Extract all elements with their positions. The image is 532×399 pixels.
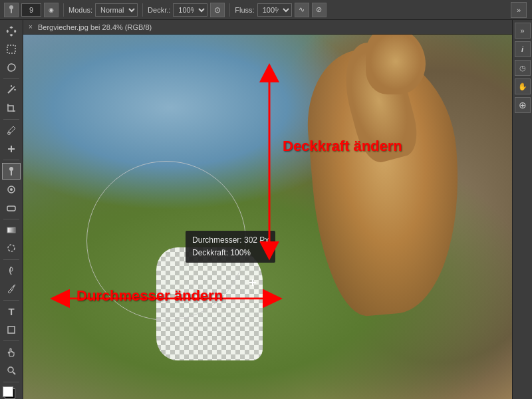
svg-rect-1: [11, 9, 12, 13]
deckr-dropdown[interactable]: 100%: [173, 3, 207, 17]
eraser-tool[interactable]: [2, 199, 21, 215]
tab-bar: × Bergviecher.jpg bei 28.4% (RGB/8): [23, 20, 512, 35]
separator-1: [63, 3, 64, 17]
panel-collapse-btn[interactable]: »: [515, 23, 531, 39]
left-sep-2: [3, 119, 19, 120]
tab-close-btn[interactable]: ×: [26, 23, 35, 32]
left-sep-3: [3, 160, 19, 160]
pressure-icon[interactable]: ⊘: [312, 3, 327, 17]
svg-point-17: [8, 367, 13, 372]
healing-tool[interactable]: [2, 140, 21, 157]
svg-rect-16: [8, 327, 15, 333]
lasso-tool[interactable]: [2, 59, 21, 75]
blur-tool[interactable]: [2, 240, 21, 257]
clone-stamp-tool[interactable]: [2, 181, 21, 198]
modus-label: Modus:: [68, 6, 92, 14]
image-canvas[interactable]: Durchmesser: 302 Px Deckkraft: 100%: [23, 35, 512, 399]
tooltip-line2: Deckkraft: 100%: [192, 247, 269, 259]
magic-wand-tool[interactable]: [2, 81, 21, 98]
brush-subtype-icon[interactable]: ◉: [44, 3, 59, 17]
fluss-dropdown[interactable]: 100%: [257, 3, 292, 17]
brush-tooltip: Durchmesser: 302 Px Deckkraft: 100%: [186, 231, 275, 263]
gradient-tool[interactable]: [2, 221, 21, 238]
svg-line-4: [13, 86, 15, 88]
tooltip-line1: Durchmesser: 302 Px: [192, 234, 269, 247]
left-sep-4: [3, 219, 19, 219]
zoom-tool[interactable]: [2, 362, 21, 378]
left-sep-6: [3, 300, 19, 301]
left-sep-1: [3, 78, 19, 79]
svg-rect-13: [7, 227, 15, 233]
left-sep-8: [3, 382, 19, 382]
pen-tool[interactable]: [2, 281, 21, 297]
left-toolbar: T: [0, 20, 23, 399]
color-boxes: [3, 386, 20, 400]
text-tool[interactable]: T: [2, 303, 21, 320]
svg-rect-12: [7, 206, 15, 211]
deckr-label: Deckr.:: [148, 6, 170, 14]
left-sep-7: [3, 340, 19, 341]
brush-tool-left[interactable]: [2, 163, 21, 180]
info-panel-btn[interactable]: i: [515, 41, 531, 57]
svg-point-14: [8, 245, 15, 251]
modus-dropdown[interactable]: Normal: [95, 3, 138, 17]
right-panel: » i ◷ ✋ ⊕: [512, 20, 532, 399]
crop-tool[interactable]: [2, 100, 21, 116]
airbrush-icon[interactable]: ⊙: [210, 3, 225, 17]
zoom-panel-btn[interactable]: ⊕: [515, 97, 531, 113]
llama-head: [366, 35, 426, 94]
separator-3: [229, 3, 230, 17]
brush-icon[interactable]: [4, 3, 19, 17]
brush-size-input[interactable]: 9: [21, 3, 41, 17]
tab-title: Bergviecher.jpg bei 28.4% (RGB/8): [35, 23, 157, 31]
svg-rect-2: [7, 45, 15, 53]
history-panel-btn[interactable]: ◷: [515, 60, 531, 76]
svg-point-11: [10, 188, 13, 191]
text-tool-icon: T: [8, 306, 14, 317]
hand-panel-btn[interactable]: ✋: [515, 78, 531, 94]
left-sep-5: [3, 259, 19, 260]
fluss-label: Fluss:: [235, 6, 254, 14]
smoothing-icon[interactable]: ∿: [295, 3, 309, 17]
move-tool[interactable]: [2, 23, 21, 39]
eyedropper-tool[interactable]: [2, 122, 21, 139]
dodge-tool[interactable]: [2, 263, 21, 279]
top-toolbar: 9 ◉ Modus: Normal Deckr.: 100% ⊙ Fluss: …: [0, 0, 532, 20]
foreground-color[interactable]: [3, 386, 13, 397]
svg-rect-9: [11, 170, 12, 176]
select-rect-tool[interactable]: [2, 41, 21, 57]
separator-2: [142, 3, 143, 17]
hand-tool[interactable]: [2, 344, 21, 360]
canvas-area: × Bergviecher.jpg bei 28.4% (RGB/8) Durc…: [23, 20, 512, 399]
svg-line-18: [13, 372, 16, 375]
panel-toggle-right[interactable]: »: [511, 2, 527, 18]
erased-area-checkerboard: [156, 247, 263, 360]
svg-line-6: [8, 88, 13, 93]
shape-tool[interactable]: [2, 321, 21, 338]
